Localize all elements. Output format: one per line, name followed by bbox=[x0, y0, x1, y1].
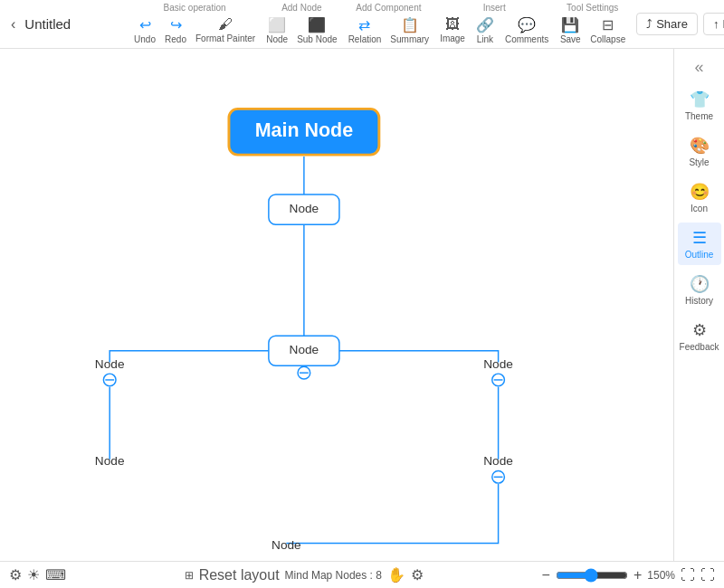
zoom-level-label: 150% bbox=[647, 569, 675, 582]
bottom-bar: ⚙ ☀ ⌨ ⊞ Reset layout Mind Map Nodes : 8 … bbox=[0, 561, 724, 588]
app-title: Untitled bbox=[24, 16, 71, 32]
tool-settings-label: Tool Settings bbox=[567, 3, 618, 13]
image-button[interactable]: 🖼 Image bbox=[436, 14, 469, 46]
feedback-label: Feedback bbox=[680, 342, 719, 352]
hand-icon[interactable]: ✋ bbox=[387, 566, 405, 583]
sidebar-item-style[interactable]: 🎨 Style bbox=[678, 130, 721, 173]
back-button[interactable]: ‹ bbox=[5, 14, 21, 34]
insert-label: Insert bbox=[483, 3, 506, 13]
export-button[interactable]: ↑ Export bbox=[703, 13, 724, 35]
redo-icon: ↪ bbox=[170, 16, 182, 33]
tool-settings-items: 💾 Save ⊟ Collapse bbox=[556, 14, 629, 46]
fullscreen-icon[interactable]: ⛶ bbox=[700, 567, 715, 583]
zoom-slider[interactable] bbox=[556, 568, 628, 583]
sub-node-icon: ⬛ bbox=[308, 16, 326, 33]
collapse-icon: ⊟ bbox=[602, 16, 614, 33]
zoom-controls: − + 150% ⛶ ⛶ bbox=[542, 567, 715, 583]
toolbar-group-tool-settings: Tool Settings 💾 Save ⊟ Collapse bbox=[556, 3, 629, 46]
bottom-left-icons: ⚙ ☀ ⌨ bbox=[9, 566, 66, 583]
toolbar-group-insert: Insert 🖼 Image 🔗 Link 💬 Comments bbox=[436, 3, 552, 46]
sun-icon[interactable]: ☀ bbox=[27, 566, 40, 583]
add-node-items: ⬜ Node ⬛ Sub Node bbox=[262, 14, 340, 46]
toolbar: ‹ Untitled Basic operation ↩ Undo ↪ Redo… bbox=[0, 0, 724, 49]
connector-n2-n4 bbox=[339, 351, 499, 363]
summary-icon: 📋 bbox=[401, 16, 419, 33]
sidebar-item-icon[interactable]: 😊 Icon bbox=[678, 176, 721, 219]
keyboard-icon[interactable]: ⌨ bbox=[45, 566, 66, 583]
link-label: Link bbox=[477, 34, 493, 44]
n7-text: Node bbox=[272, 538, 301, 552]
node-icon: ⬜ bbox=[268, 16, 286, 33]
node-count: Mind Map Nodes : 8 bbox=[285, 569, 382, 582]
format-painter-label: Format Painter bbox=[195, 33, 255, 43]
reset-layout-button[interactable]: Reset layout bbox=[199, 567, 280, 583]
n4-text: Node bbox=[483, 357, 513, 371]
export-icon: ↑ bbox=[713, 17, 719, 31]
sidebar-item-outline[interactable]: ☰ Outline bbox=[678, 223, 721, 265]
sub-node-button[interactable]: ⬛ Sub Node bbox=[293, 14, 340, 46]
comments-button[interactable]: 💬 Comments bbox=[501, 14, 552, 46]
right-sidebar: « 👕 Theme 🎨 Style 😊 Icon ☰ Outline 🕐 His… bbox=[673, 49, 724, 561]
reset-layout-icon: ⊞ bbox=[185, 569, 194, 582]
image-icon: 🖼 bbox=[445, 16, 460, 33]
n5-text: Node bbox=[95, 454, 125, 468]
mindmap-svg: Main Node Node Node Node Node Node Node bbox=[0, 49, 673, 561]
toolbar-groups: Basic operation ↩ Undo ↪ Redo 🖌 Format P… bbox=[130, 3, 629, 46]
theme-icon: 👕 bbox=[690, 90, 710, 109]
share-button[interactable]: ⤴ Share bbox=[636, 13, 698, 35]
insert-items: 🖼 Image 🔗 Link 💬 Comments bbox=[436, 14, 552, 46]
outline-icon: ☰ bbox=[692, 228, 707, 248]
main-node-text: Main Node bbox=[255, 119, 354, 141]
collapse-label: Collapse bbox=[590, 34, 625, 44]
comments-label: Comments bbox=[505, 34, 548, 44]
toolbar-right: ⤴ Share ↑ Export bbox=[636, 13, 724, 35]
zoom-plus-button[interactable]: + bbox=[634, 567, 642, 583]
sidebar-item-feedback[interactable]: ⚙ Feedback bbox=[678, 315, 721, 357]
node-label: Node bbox=[266, 34, 288, 44]
summary-button[interactable]: 📋 Summary bbox=[386, 14, 433, 46]
style-label: Style bbox=[689, 157, 709, 167]
main-area: Main Node Node Node Node Node Node Node bbox=[0, 49, 724, 561]
save-label: Save bbox=[560, 34, 581, 44]
sidebar-collapse-button[interactable]: « bbox=[691, 54, 707, 81]
icon-icon: 😊 bbox=[690, 182, 710, 202]
feedback-icon: ⚙ bbox=[692, 320, 707, 340]
basic-operation-label: Basic operation bbox=[164, 3, 226, 13]
history-label: History bbox=[685, 296, 713, 306]
sub-node-label: Sub Node bbox=[297, 34, 337, 44]
share-label: Share bbox=[656, 17, 688, 31]
collapse-button[interactable]: ⊟ Collapse bbox=[586, 14, 629, 46]
settings2-icon[interactable]: ⚙ bbox=[411, 566, 424, 583]
relation-label: Relation bbox=[348, 34, 382, 44]
save-button[interactable]: 💾 Save bbox=[556, 14, 585, 46]
fit-screen-icon[interactable]: ⛶ bbox=[681, 567, 695, 583]
share-icon: ⤴ bbox=[646, 17, 653, 31]
n3-text: Node bbox=[95, 357, 125, 371]
relation-icon: ⇄ bbox=[358, 16, 370, 33]
undo-label: Undo bbox=[134, 34, 156, 44]
relation-button[interactable]: ⇄ Relation bbox=[345, 14, 386, 46]
undo-button[interactable]: ↩ Undo bbox=[130, 14, 159, 46]
add-component-label: Add Component bbox=[356, 3, 421, 13]
zoom-minus-button[interactable]: − bbox=[542, 567, 550, 583]
canvas[interactable]: Main Node Node Node Node Node Node Node bbox=[0, 49, 673, 561]
outline-label: Outline bbox=[685, 250, 714, 260]
undo-icon: ↩ bbox=[139, 16, 151, 33]
toolbar-group-basic: Basic operation ↩ Undo ↪ Redo 🖌 Format P… bbox=[130, 3, 259, 46]
link-button[interactable]: 🔗 Link bbox=[471, 14, 500, 46]
format-painter-button[interactable]: 🖌 Format Painter bbox=[192, 14, 259, 46]
node-button[interactable]: ⬜ Node bbox=[262, 14, 291, 46]
connector-n6-n7 bbox=[286, 484, 498, 543]
connector-n2-n3 bbox=[110, 351, 269, 363]
history-icon: 🕐 bbox=[690, 274, 710, 294]
toolbar-group-add-component: Add Component ⇄ Relation 📋 Summary bbox=[345, 3, 433, 46]
sidebar-item-history[interactable]: 🕐 History bbox=[678, 269, 721, 311]
settings-icon[interactable]: ⚙ bbox=[9, 566, 22, 583]
sidebar-item-theme[interactable]: 👕 Theme bbox=[678, 84, 721, 127]
redo-button[interactable]: ↪ Redo bbox=[161, 14, 190, 46]
icon-label: Icon bbox=[691, 204, 708, 213]
n2-text: Node bbox=[290, 343, 319, 356]
toolbar-group-add-node: Add Node ⬜ Node ⬛ Sub Node bbox=[262, 3, 340, 46]
style-icon: 🎨 bbox=[690, 136, 710, 156]
image-label: Image bbox=[440, 33, 465, 43]
